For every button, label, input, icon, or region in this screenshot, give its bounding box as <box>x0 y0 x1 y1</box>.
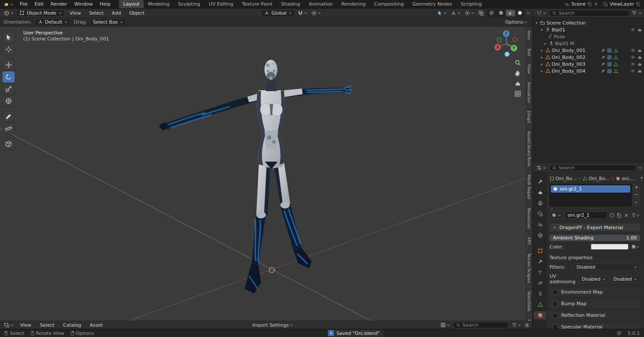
asset-menu-catalog[interactable]: Catalog <box>60 322 85 328</box>
gizmos-dropdown[interactable] <box>450 10 462 16</box>
character-model[interactable] <box>159 60 352 294</box>
mesh-data-icon[interactable] <box>614 55 618 60</box>
tab-object[interactable] <box>534 247 546 255</box>
breadcrumb-material[interactable]: oni.... <box>616 176 635 181</box>
tab-output[interactable] <box>534 199 546 207</box>
pan-hand-icon[interactable] <box>514 70 521 77</box>
sidebar-tab-terrain-scapes[interactable]: Terrain Scapes <box>526 250 532 286</box>
tab-object-data[interactable] <box>534 300 546 309</box>
workspace-tab-uv-editing[interactable]: UV Editing <box>204 0 237 8</box>
outliner-row-pose[interactable]: Pose <box>533 33 644 40</box>
pin-icon[interactable] <box>639 176 644 181</box>
filters-dropdown[interactable]: Disabled <box>574 263 640 270</box>
camera-icon[interactable] <box>637 55 642 60</box>
outliner-row-armature-data[interactable]: ▸ Bip01 66 <box>533 40 644 47</box>
outliner-search[interactable] <box>549 10 630 16</box>
slot-specials-button[interactable] <box>633 199 640 205</box>
tab-world[interactable] <box>534 231 546 239</box>
tool-transform[interactable] <box>3 95 15 107</box>
checkbox-icon[interactable] <box>553 325 558 329</box>
menu-edit[interactable]: Edit <box>31 0 47 8</box>
navigation-gizmo[interactable]: Z X Y <box>491 28 523 60</box>
modifier-wrench-icon[interactable] <box>601 62 605 67</box>
checkbox-reflection-material[interactable]: Reflection Material <box>550 311 640 319</box>
color-texture-button[interactable] <box>631 244 640 250</box>
workspace-tab-modeling[interactable]: Modeling <box>144 0 174 8</box>
eye-icon[interactable] <box>630 68 635 74</box>
checkbox-icon[interactable] <box>553 301 558 306</box>
mesh-data-icon[interactable] <box>614 69 618 74</box>
eye-icon[interactable] <box>630 61 635 67</box>
shading-wireframe-button[interactable] <box>487 10 496 16</box>
blender-menu-button[interactable] <box>0 0 16 8</box>
camera-icon[interactable] <box>637 68 642 74</box>
new-scene-icon[interactable] <box>587 2 592 6</box>
gizmo-neg-y-axis[interactable] <box>497 38 501 42</box>
color-swatch[interactable] <box>591 244 629 250</box>
tool-move[interactable] <box>3 59 15 70</box>
display-mode-button[interactable] <box>439 322 451 328</box>
menu-window[interactable]: Window <box>71 0 96 8</box>
network-status[interactable] <box>617 331 622 336</box>
modifier-wrench-icon[interactable] <box>601 48 605 53</box>
tab-material[interactable] <box>534 311 546 319</box>
tool-select-box[interactable] <box>3 32 15 43</box>
new-viewlayer-icon[interactable] <box>636 2 641 6</box>
tab-physics[interactable] <box>534 279 546 287</box>
asset-menu-asset[interactable]: Asset <box>86 322 106 328</box>
ambient-shading-slider[interactable]: Ambient Shading 1.00 <box>550 235 640 241</box>
chevron-down-icon[interactable] <box>638 11 642 15</box>
unlink-material-button[interactable] <box>623 212 629 218</box>
eye-icon[interactable] <box>630 27 635 32</box>
breadcrumb-mesh[interactable]: Oni_Bo... <box>583 176 610 181</box>
sidebar-tab-tool[interactable]: Tool <box>526 45 532 59</box>
sidebar-tab-loop[interactable]: [loop] <box>526 107 532 126</box>
workspace-tab-texture-paint[interactable]: Texture Paint <box>238 0 277 8</box>
asset-search-input[interactable] <box>462 322 506 328</box>
outliner-row-mesh[interactable]: ▸ Oni_Body_003 <box>533 61 644 67</box>
xray-toggle[interactable] <box>477 10 485 16</box>
import-settings-dropdown[interactable]: Import Settings <box>251 322 295 328</box>
tool-rotate[interactable] <box>3 71 15 83</box>
funnel-icon[interactable] <box>632 10 637 15</box>
selectability-dropdown[interactable] <box>436 10 448 16</box>
perspective-toggle-icon[interactable] <box>514 90 521 97</box>
menu-view[interactable]: View <box>66 10 84 16</box>
overlays-dropdown[interactable] <box>463 10 476 16</box>
eye-icon[interactable] <box>630 55 635 60</box>
material-name-field[interactable] <box>565 211 608 219</box>
tab-particles[interactable] <box>534 268 546 276</box>
workspace-tab-animation[interactable]: Animation <box>304 0 337 8</box>
tool-annotate[interactable] <box>3 111 15 122</box>
material-filter-button[interactable] <box>631 212 640 218</box>
vertex-group-icon[interactable] <box>607 55 612 60</box>
gear-icon[interactable] <box>524 322 530 328</box>
tab-tool[interactable] <box>534 178 546 186</box>
sidebar-tab-view[interactable]: View <box>526 61 532 77</box>
orientation-dropdown[interactable]: Default <box>35 18 71 26</box>
dragonff-panel-header[interactable]: ▾ DragonFF - Export Material <box>550 224 640 231</box>
viewport-3d[interactable]: User Perspective (1) Scene Collection | … <box>0 27 532 321</box>
shading-solid-button[interactable] <box>496 10 506 16</box>
sidebar-tab-sketchfab[interactable]: Sketchfab <box>526 288 532 315</box>
outliner-search-input[interactable] <box>559 10 627 16</box>
viewlayer-selector[interactable]: ViewLayer <box>603 1 641 7</box>
viewport-canvas[interactable] <box>0 27 532 321</box>
shading-options-chevron-icon[interactable] <box>526 11 530 15</box>
workspace-tab-geometry-nodes[interactable]: Geometry Nodes <box>408 0 456 8</box>
vertex-group-icon[interactable] <box>607 48 612 53</box>
properties-search-input[interactable] <box>559 165 634 171</box>
material-slot-list[interactable]: oni.gr2_1 <box>550 184 632 206</box>
slot-list-resize[interactable]: ▸ ∙∙∙∙∙∙ <box>550 206 640 211</box>
resize-grip-icon[interactable]: ∙∙∙∙∙∙ <box>553 207 638 210</box>
camera-icon[interactable] <box>637 48 642 53</box>
checkbox-icon[interactable] <box>553 313 558 318</box>
workspace-tab-shading[interactable]: Shading <box>277 0 305 8</box>
chevron-down-icon[interactable] <box>638 166 642 169</box>
menu-help[interactable]: Help <box>96 0 114 8</box>
camera-view-icon[interactable] <box>514 80 521 87</box>
asset-menu-select[interactable]: Select <box>36 322 58 328</box>
proportional-edit-toggle[interactable] <box>310 10 322 16</box>
gizmo-neg-x-axis[interactable] <box>513 37 517 42</box>
menu-select[interactable]: Select <box>85 10 107 16</box>
